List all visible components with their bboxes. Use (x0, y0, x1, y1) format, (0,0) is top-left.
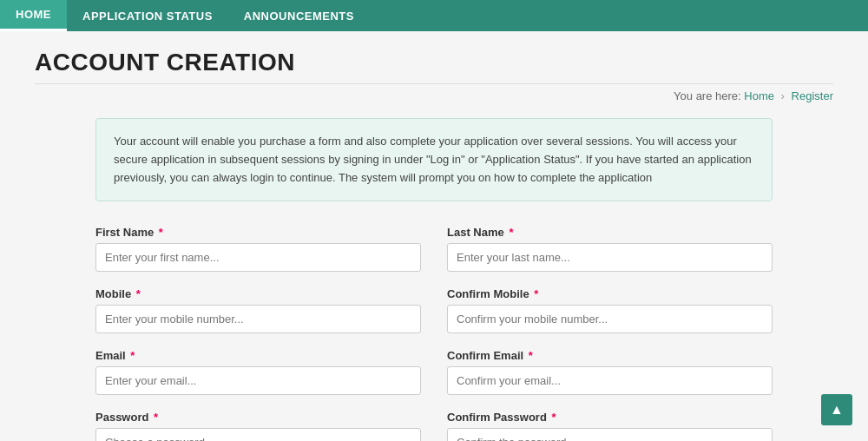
confirm-mobile-label: Confirm Mobile * (447, 287, 773, 300)
mobile-label: Mobile * (95, 287, 421, 300)
breadcrumb-prefix: You are here: (674, 89, 741, 102)
title-divider (35, 83, 833, 84)
form-row-1: First Name * Last Name * (95, 226, 773, 272)
confirm-email-group: Confirm Email * (447, 349, 773, 395)
form-row-4: Password * Confirm Password * (95, 411, 773, 441)
confirm-mobile-input[interactable] (447, 305, 773, 333)
confirm-password-required: * (551, 411, 556, 424)
password-input[interactable] (95, 428, 421, 441)
password-required: * (154, 411, 158, 424)
nav-home[interactable]: HOME (0, 0, 67, 31)
first-name-input[interactable] (95, 243, 421, 272)
first-name-required: * (159, 226, 163, 239)
nav-application-status[interactable]: APPLICATION STATUS (67, 0, 228, 31)
form-row-2: Mobile * Confirm Mobile * (95, 287, 773, 333)
registration-form: First Name * Last Name * Mobile * Confir… (95, 226, 773, 441)
last-name-input[interactable] (447, 243, 773, 272)
confirm-mobile-required: * (534, 287, 538, 300)
email-required: * (130, 349, 135, 362)
page-wrapper: ACCOUNT CREATION You are here: Home › Re… (17, 31, 851, 441)
page-title: ACCOUNT CREATION (35, 49, 833, 76)
mobile-input[interactable] (95, 305, 421, 333)
last-name-label: Last Name * (447, 226, 773, 239)
scroll-to-top-button[interactable]: ▲ (821, 394, 852, 425)
first-name-label: First Name * (95, 226, 421, 239)
info-text: Your account will enable you purchase a … (114, 133, 754, 187)
confirm-email-label: Confirm Email * (447, 349, 773, 362)
confirm-mobile-group: Confirm Mobile * (447, 287, 773, 333)
email-label: Email * (95, 349, 421, 362)
form-row-3: Email * Confirm Email * (95, 349, 773, 395)
confirm-password-input[interactable] (447, 428, 773, 441)
first-name-group: First Name * (95, 226, 421, 272)
breadcrumb-home[interactable]: Home (744, 89, 774, 102)
mobile-group: Mobile * (95, 287, 421, 333)
mobile-required: * (136, 287, 141, 300)
breadcrumb-current: Register (792, 89, 833, 102)
confirm-password-label: Confirm Password * (447, 411, 773, 424)
breadcrumb: You are here: Home › Register (35, 89, 833, 102)
info-box: Your account will enable you purchase a … (95, 118, 773, 201)
main-nav: HOME APPLICATION STATUS ANNOUNCEMENTS (0, 0, 868, 31)
confirm-password-group: Confirm Password * (447, 411, 773, 441)
nav-announcements[interactable]: ANNOUNCEMENTS (228, 0, 370, 31)
breadcrumb-separator: › (781, 89, 785, 102)
email-input[interactable] (95, 366, 421, 395)
last-name-required: * (509, 226, 513, 239)
confirm-email-required: * (529, 349, 533, 362)
email-group: Email * (95, 349, 421, 395)
confirm-email-input[interactable] (447, 366, 773, 395)
password-group: Password * (95, 411, 421, 441)
last-name-group: Last Name * (447, 226, 773, 272)
password-label: Password * (95, 411, 421, 424)
